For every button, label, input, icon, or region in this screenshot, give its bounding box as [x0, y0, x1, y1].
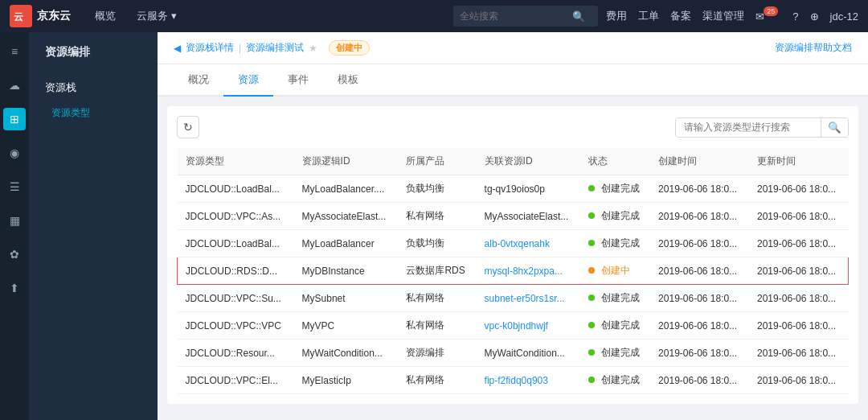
cell-update-time: 2019-06-06 18:0...	[749, 285, 848, 312]
nav-user[interactable]: jdc-12	[830, 10, 858, 23]
table-search-input[interactable]	[676, 118, 821, 136]
table-row: JDCLOUD::VPC::El... MyElasticIp 私有网络 fip…	[178, 367, 849, 394]
tab-overview[interactable]: 概况	[174, 64, 223, 97]
col-update-time: 更新时间	[749, 148, 848, 175]
cell-create-time: 2019-06-06 18:0...	[650, 175, 749, 203]
cell-create-time: 2019-06-06 18:0...	[650, 203, 749, 230]
breadcrumb-sep-2: ★	[309, 43, 317, 54]
nav-record[interactable]: 备案	[670, 9, 691, 23]
table-row: JDCLOUD::VPC::As... MyAssociateElast... …	[178, 203, 849, 230]
resource-id-link[interactable]: fip-f2fidq0q903	[485, 375, 548, 386]
cell-create-time: 2019-06-06 18:0...	[650, 230, 749, 257]
strip-icon-3[interactable]: ◉	[3, 142, 26, 164]
cell-logic-id: MyLoadBalancer	[294, 230, 399, 257]
status-text: 创建完成	[601, 292, 640, 303]
cell-product: 资源编排	[398, 340, 476, 367]
tab-event[interactable]: 事件	[273, 64, 323, 97]
status-dot	[588, 322, 595, 328]
main-layout: ≡ ☁ ⊞ ◉ ☰ ▦ ✿ ⬆ 资源编排 资源栈 资源类型 ◀ 资源栈详情 | …	[0, 32, 868, 420]
top-nav: 概览 云服务 ▾	[85, 0, 445, 32]
tab-template[interactable]: 模板	[323, 64, 373, 97]
status-dot	[588, 267, 595, 274]
status-text: 创建完成	[601, 237, 640, 249]
cell-update-time: 2019-06-06 18:0...	[749, 340, 848, 367]
icon-strip: ≡ ☁ ⊞ ◉ ☰ ▦ ✿ ⬆	[0, 32, 29, 420]
breadcrumb-sep-1: |	[239, 43, 241, 54]
table-search-button[interactable]: 🔍	[821, 118, 848, 137]
nav-overview[interactable]: 概览	[85, 0, 125, 32]
refresh-button[interactable]: ↻	[177, 116, 199, 138]
nav-settings[interactable]: ⊕	[810, 10, 819, 23]
nav-help[interactable]: ?	[792, 10, 798, 23]
global-search-box[interactable]: 🔍	[453, 6, 598, 27]
nav-channel[interactable]: 渠道管理	[702, 9, 744, 23]
status-dot	[588, 349, 595, 356]
strip-icon-2[interactable]: ⊞	[3, 108, 26, 130]
nav-cost[interactable]: 费用	[606, 9, 627, 23]
global-search-input[interactable]	[460, 10, 572, 22]
strip-icon-7[interactable]: ⬆	[3, 277, 26, 299]
cell-resource-id: alb-0vtxqenahk	[477, 230, 581, 257]
table-area: ↻ 🔍 资源类型 资源逻辑ID 所属产品 关联资源ID 状态 创建时间	[167, 106, 858, 404]
status-dot	[588, 240, 595, 246]
cell-create-time: 2019-06-06 18:0...	[650, 285, 749, 312]
cell-create-time: 2019-06-06 18:0...	[650, 340, 749, 367]
cell-update-time: 2019-06-06 18:0...	[749, 230, 848, 257]
cell-status: 创建完成	[580, 312, 650, 340]
resource-id-text: tg-qv19oios0p	[485, 183, 545, 195]
cell-update-time: 2019-06-06 18:0...	[749, 367, 848, 394]
topbar-right: 费用 工单 备案 渠道管理 ✉25 ? ⊕ jdc-12	[606, 9, 858, 23]
table-header-row: 资源类型 资源逻辑ID 所属产品 关联资源ID 状态 创建时间 更新时间	[178, 148, 849, 175]
cell-update-time: 2019-06-06 18:0...	[749, 257, 848, 285]
breadcrumb-stack-name[interactable]: 资源编排测试	[246, 41, 304, 55]
sidebar-item-resource-type[interactable]: 资源类型	[29, 101, 158, 125]
cell-type: JDCLOUD::VPC::El...	[178, 367, 294, 394]
cell-product: 负载均衡	[398, 230, 476, 257]
cell-status: 创建完成	[580, 285, 650, 312]
cell-logic-id: MyDBInstance	[294, 257, 399, 285]
cell-product: 私有网络	[398, 312, 476, 340]
search-icon[interactable]: 🔍	[572, 10, 585, 23]
cell-resource-id: tg-qv19oios0p	[477, 175, 581, 203]
resource-id-link[interactable]: vpc-k0bjndhwjf	[485, 320, 548, 331]
stack-status-tag: 创建中	[329, 40, 370, 56]
logo[interactable]: 云 京东云	[10, 5, 71, 27]
cell-logic-id: MyLoadBalancer....	[294, 175, 399, 203]
cell-type: JDCLOUD::VPC::As...	[178, 203, 294, 230]
strip-icon-5[interactable]: ▦	[3, 209, 26, 232]
resource-id-link[interactable]: alb-0vtxqenahk	[485, 238, 550, 249]
tab-bar: 概况 资源 事件 模板	[158, 64, 868, 97]
tab-resource[interactable]: 资源	[223, 64, 273, 97]
status-dot	[588, 377, 595, 383]
table-toolbar: ↻ 🔍	[177, 116, 849, 138]
cell-logic-id: MyVPC	[294, 312, 399, 340]
resource-id-link[interactable]: mysql-8hx2pxpa...	[485, 266, 563, 277]
cell-status: 创建完成	[580, 340, 650, 367]
status-text: 创建完成	[601, 347, 640, 358]
cell-resource-id: MyAssociateElast...	[477, 203, 581, 230]
strip-icon-1[interactable]: ☁	[3, 74, 26, 97]
strip-icon-4[interactable]: ☰	[3, 175, 26, 198]
table-search-box[interactable]: 🔍	[675, 117, 849, 138]
col-resource-id: 关联资源ID	[477, 148, 581, 175]
col-product: 所属产品	[398, 148, 476, 175]
breadcrumb: ◀ 资源栈详情 | 资源编排测试 ★ 创建中 资源编排帮助文档	[158, 32, 868, 64]
table-row: JDCLOUD::LoadBal... MyLoadBalancer 负载均衡 …	[178, 230, 849, 257]
resource-table: 资源类型 资源逻辑ID 所属产品 关联资源ID 状态 创建时间 更新时间 JDC…	[177, 148, 849, 394]
sidebar-item-stack[interactable]: 资源栈	[29, 74, 158, 101]
cell-status: 创建中	[580, 257, 650, 285]
breadcrumb-stack-detail[interactable]: 资源栈详情	[186, 41, 234, 55]
resource-id-link[interactable]: subnet-er50rs1sr...	[485, 293, 565, 304]
nav-cloud-services[interactable]: 云服务 ▾	[127, 0, 186, 32]
cell-update-time: 2019-06-06 18:0...	[749, 203, 848, 230]
help-link[interactable]: 资源编排帮助文档	[775, 41, 852, 55]
strip-icon-6[interactable]: ✿	[3, 243, 26, 266]
strip-icon-0[interactable]: ≡	[3, 40, 26, 63]
message-badge: 25	[764, 6, 778, 16]
table-row: JDCLOUD::Resour... MyWaitCondition... 资源…	[178, 340, 849, 367]
nav-message[interactable]: ✉25	[755, 10, 781, 23]
content-area: ◀ 资源栈详情 | 资源编排测试 ★ 创建中 资源编排帮助文档 概况 资源 事件…	[158, 32, 868, 420]
table-row: JDCLOUD::VPC::VPC MyVPC 私有网络 vpc-k0bjndh…	[178, 312, 849, 340]
nav-ticket[interactable]: 工单	[638, 9, 659, 23]
status-text: 创建完成	[601, 319, 640, 331]
